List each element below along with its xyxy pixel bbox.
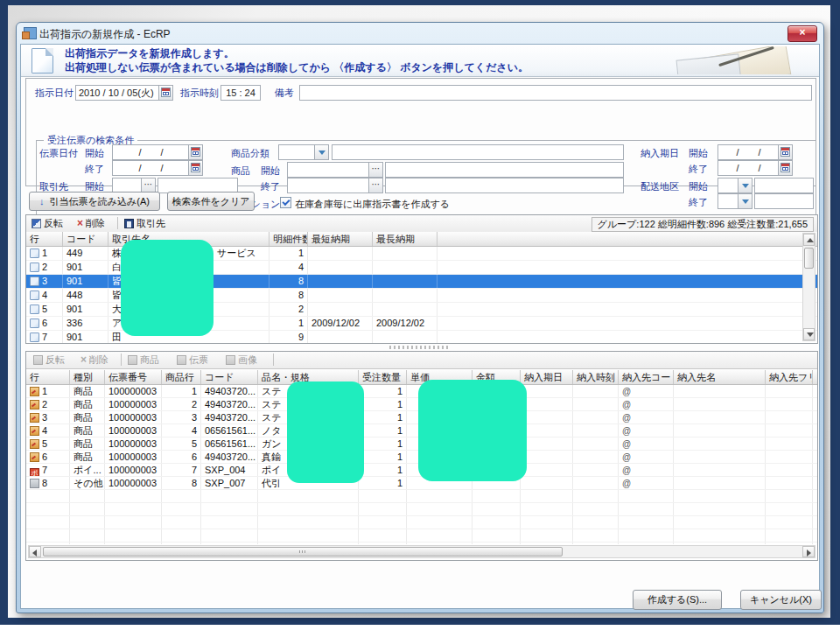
slip-date-start-input[interactable]: / / bbox=[112, 144, 203, 160]
create-button[interactable]: 作成する(S)... bbox=[633, 590, 722, 610]
cell-row: 2 bbox=[26, 261, 63, 274]
vertical-scrollbar[interactable] bbox=[802, 233, 816, 341]
slip-date-end-input[interactable]: / / bbox=[112, 160, 203, 176]
cell-row: 8 bbox=[26, 477, 70, 489]
dropdown-button[interactable] bbox=[738, 194, 752, 208]
cell-dest_name bbox=[674, 385, 766, 397]
splitter-grip[interactable] bbox=[389, 346, 451, 349]
calendar-icon bbox=[191, 147, 200, 157]
scroll-left-button[interactable] bbox=[29, 546, 41, 557]
scroll-right-button[interactable] bbox=[802, 546, 815, 557]
cell-name bbox=[258, 516, 359, 528]
cell-dest_kana bbox=[766, 398, 813, 410]
product-button-disabled[interactable]: 商品 bbox=[128, 354, 159, 367]
column-header[interactable]: 最短納期 bbox=[308, 232, 373, 246]
product-end-input[interactable] bbox=[287, 178, 383, 193]
cell-row: 7 bbox=[26, 331, 63, 343]
delivery-date-start-input[interactable]: / / bbox=[718, 144, 793, 160]
partner-button[interactable]: 取引先 bbox=[124, 217, 165, 230]
calendar-button[interactable] bbox=[158, 86, 172, 100]
column-header[interactable]: 明細件数 bbox=[270, 232, 308, 246]
calendar-button[interactable] bbox=[778, 161, 792, 175]
cell-type bbox=[70, 503, 105, 515]
column-header[interactable] bbox=[813, 370, 818, 384]
column-header[interactable]: 行 bbox=[26, 232, 63, 246]
cell-qty: 1 bbox=[359, 477, 407, 489]
image-button-disabled[interactable]: 画像 bbox=[226, 354, 257, 367]
slip-button-disabled[interactable]: 伝票 bbox=[177, 354, 208, 367]
column-header[interactable]: 納入先フリ... bbox=[766, 370, 813, 384]
delivery-date-end-label: 終了 bbox=[689, 162, 708, 176]
cell-delivery_date bbox=[521, 398, 573, 410]
close-button[interactable]: × bbox=[788, 25, 817, 42]
cell-type: 商品 bbox=[70, 438, 105, 450]
clear-search-button[interactable]: 検索条件をクリア(C) bbox=[167, 192, 255, 211]
instruction-time-input[interactable]: 15 : 24 bbox=[220, 85, 261, 101]
instruction-date-input[interactable]: 2010 / 10 / 05(火) bbox=[75, 85, 173, 101]
cell-qty: 1 bbox=[359, 424, 407, 437]
column-header[interactable]: 伝票番号 bbox=[105, 370, 162, 384]
invert-selection-button-disabled[interactable]: 反転 bbox=[33, 354, 65, 367]
package-icon bbox=[30, 426, 39, 436]
table-row[interactable]: 8その他1000000038SXP_007代引1@ bbox=[26, 477, 817, 490]
delete-button-disabled[interactable]: ×削除 bbox=[80, 354, 108, 367]
column-header[interactable]: 受注数量 bbox=[359, 370, 407, 384]
delivery-date-end-input[interactable]: / / bbox=[718, 160, 793, 176]
banner-line-2: 出荷処理しない伝票が含まれている場合は削除してから 〈作成する〉 ボタンを押して… bbox=[65, 60, 528, 75]
column-header[interactable]: 最長納期 bbox=[373, 232, 438, 246]
slip-date-label: 伝票日付 bbox=[39, 146, 78, 160]
lookup-button[interactable] bbox=[141, 178, 155, 192]
delivery-area-end-combo[interactable] bbox=[718, 193, 752, 209]
cell-name bbox=[258, 529, 359, 542]
column-header[interactable]: 商品行 bbox=[162, 370, 201, 384]
scrollbar-thumb[interactable] bbox=[804, 248, 814, 269]
cell-filler bbox=[813, 464, 817, 476]
column-header[interactable]: 行 bbox=[26, 370, 70, 384]
lookup-button[interactable] bbox=[368, 163, 382, 177]
cell-code: 49403720... bbox=[201, 398, 258, 410]
column-header[interactable]: コード bbox=[63, 232, 108, 246]
column-header[interactable] bbox=[438, 232, 817, 246]
product-start-input[interactable] bbox=[287, 162, 383, 178]
product-category-combo[interactable] bbox=[278, 144, 329, 160]
cell-line bbox=[162, 490, 201, 502]
calendar-button[interactable] bbox=[778, 145, 792, 159]
calendar-button[interactable] bbox=[188, 145, 202, 159]
scroll-down-button[interactable] bbox=[803, 328, 815, 340]
calendar-button[interactable] bbox=[188, 161, 202, 175]
title-bar[interactable]: 出荷指示の新規作成 - EcRP × bbox=[17, 23, 823, 44]
cell-delivery_time bbox=[573, 451, 619, 463]
delivery-area-start-combo[interactable] bbox=[718, 178, 752, 193]
cell-delivery_time bbox=[573, 385, 619, 397]
invert-selection-button[interactable]: 反転 bbox=[32, 217, 63, 230]
lookup-button[interactable] bbox=[368, 178, 382, 192]
dropdown-button[interactable] bbox=[314, 145, 328, 159]
cell-amount bbox=[472, 529, 521, 542]
dropdown-button[interactable] bbox=[738, 178, 752, 192]
cell-qty: 1 bbox=[359, 398, 407, 410]
column-header[interactable]: 種別 bbox=[70, 370, 105, 384]
cell-name bbox=[258, 503, 359, 515]
warehouse-option-text: 在庫倉庫毎に出庫指示書を作成する bbox=[295, 197, 450, 211]
column-header[interactable]: コード bbox=[201, 370, 258, 384]
delete-button[interactable]: ×削除 bbox=[77, 217, 105, 230]
cell-dest_name bbox=[674, 529, 766, 542]
horizontal-scrollbar[interactable] bbox=[28, 545, 816, 558]
remarks-input[interactable] bbox=[299, 85, 812, 101]
cell-dest_kana bbox=[766, 438, 813, 450]
column-header[interactable]: 納入時刻 bbox=[573, 370, 619, 384]
scroll-up-button[interactable] bbox=[803, 234, 815, 246]
cell-dest_code bbox=[619, 503, 674, 515]
column-header[interactable]: 納入先コード bbox=[619, 370, 674, 384]
cell-row: 5 bbox=[26, 438, 70, 450]
load-slips-button[interactable]: ↓引当伝票を読み込み(A) bbox=[29, 192, 160, 211]
cell-slip_no: 100000003 bbox=[105, 424, 162, 437]
product-label: 商品 bbox=[231, 164, 250, 178]
cell-code bbox=[201, 490, 258, 502]
cancel-button[interactable]: キャンセル(X) bbox=[740, 590, 822, 610]
warehouse-option-checkbox[interactable] bbox=[280, 197, 291, 208]
scrollbar-thumb[interactable] bbox=[43, 547, 563, 556]
window-title: 出荷指示の新規作成 - EcRP bbox=[39, 27, 171, 42]
column-header[interactable]: 納入期日 bbox=[521, 370, 573, 384]
column-header[interactable]: 納入先名 bbox=[674, 370, 766, 384]
